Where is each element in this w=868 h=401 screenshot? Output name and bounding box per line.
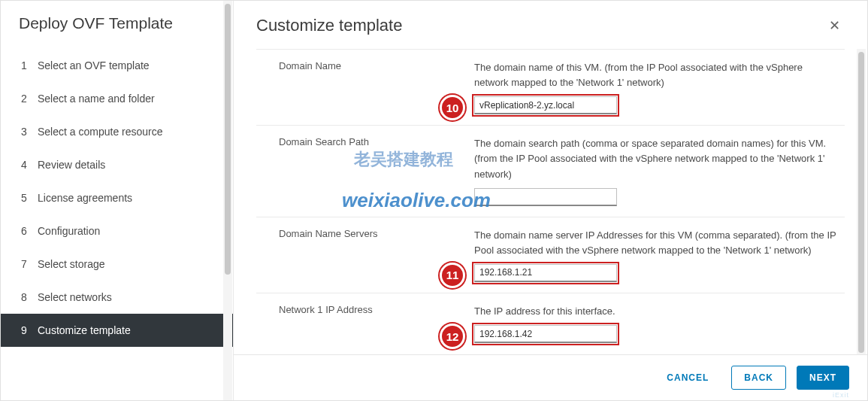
- field-net1-ip: Network 1 IP Address The IP address for …: [256, 293, 845, 354]
- wizard-step-2[interactable]: 2Select a name and folder: [1, 82, 233, 115]
- wizard-step-label: Select an OVF template: [38, 59, 150, 71]
- wizard-step-label: Select a compute resource: [38, 126, 163, 138]
- annotation-badge-10: 10: [440, 95, 465, 120]
- next-button-label: NEXT: [809, 372, 836, 383]
- sidebar-scrollbar-thumb[interactable]: [225, 4, 231, 275]
- close-icon[interactable]: ✕: [824, 14, 845, 37]
- wizard-step-num: 7: [21, 258, 38, 270]
- domain-name-input[interactable]: [474, 96, 617, 114]
- wizard-sidebar: Deploy OVF Template 1Select an OVF templ…: [1, 1, 234, 400]
- content-scrollbar[interactable]: [857, 49, 866, 354]
- wizard-step-num: 9: [21, 324, 38, 336]
- dns-desc: The domain name server IP Addresses for …: [474, 228, 837, 258]
- page-title: Customize template: [256, 16, 402, 35]
- wizard-step-7[interactable]: 7Select storage: [1, 248, 233, 281]
- wizard-footer: CANCEL BACK NEXT iExit: [234, 354, 867, 400]
- back-button[interactable]: BACK: [731, 366, 786, 390]
- wizard-step-label: Select storage: [38, 258, 105, 270]
- wizard-step-label: Select a name and folder: [38, 93, 155, 105]
- wizard-step-1[interactable]: 1Select an OVF template: [1, 49, 233, 82]
- domain-name-desc: The domain name of this VM. (from the IP…: [474, 60, 837, 90]
- wizard-step-num: 3: [21, 126, 38, 138]
- wizard-step-5[interactable]: 5License agreements: [1, 181, 233, 214]
- wizard-step-label: License agreements: [38, 192, 132, 204]
- cancel-button[interactable]: CANCEL: [655, 366, 721, 389]
- domain-search-path-input[interactable]: [474, 188, 617, 206]
- wizard-step-9[interactable]: 9Customize template: [1, 314, 233, 347]
- wizard-step-label: Configuration: [38, 225, 100, 237]
- wizard-step-num: 8: [21, 291, 38, 303]
- domain-search-path-label: Domain Search Path: [279, 136, 474, 205]
- sidebar-scrollbar[interactable]: [223, 1, 232, 400]
- wizard-step-label: Customize template: [38, 324, 131, 336]
- domain-search-path-desc: The domain search path (comma or space s…: [474, 136, 837, 181]
- field-domain-search-path: Domain Search Path The domain search pat…: [256, 126, 845, 217]
- annotation-badge-11: 11: [440, 263, 465, 288]
- wizard-step-num: 2: [21, 93, 38, 105]
- next-button-sub: iExit: [833, 391, 849, 399]
- wizard-step-6[interactable]: 6Configuration: [1, 214, 233, 248]
- wizard-step-8[interactable]: 8Select networks: [1, 281, 233, 314]
- wizard-step-3[interactable]: 3Select a compute resource: [1, 115, 233, 148]
- field-dns: Domain Name Servers The domain name serv…: [256, 217, 845, 293]
- wizard-title: Deploy OVF Template: [1, 14, 233, 49]
- wizard-step-label: Review details: [38, 159, 105, 171]
- net1-ip-desc: The IP address for this interface.: [474, 304, 837, 319]
- dns-input[interactable]: [474, 264, 617, 282]
- wizard-step-num: 1: [21, 59, 38, 71]
- net1-ip-input[interactable]: [474, 325, 617, 343]
- wizard-step-4[interactable]: 4Review details: [1, 148, 233, 181]
- wizard-step-num: 6: [21, 225, 38, 237]
- next-button[interactable]: NEXT: [797, 366, 849, 390]
- content-scrollbar-thumb[interactable]: [858, 52, 864, 353]
- form-content: Domain Name The domain name of this VM. …: [234, 49, 867, 354]
- wizard-step-num: 5: [21, 192, 38, 204]
- wizard-step-num: 4: [21, 159, 38, 171]
- field-domain-name: Domain Name The domain name of this VM. …: [256, 49, 845, 126]
- wizard-step-label: Select networks: [38, 291, 112, 303]
- annotation-badge-12: 12: [440, 324, 465, 349]
